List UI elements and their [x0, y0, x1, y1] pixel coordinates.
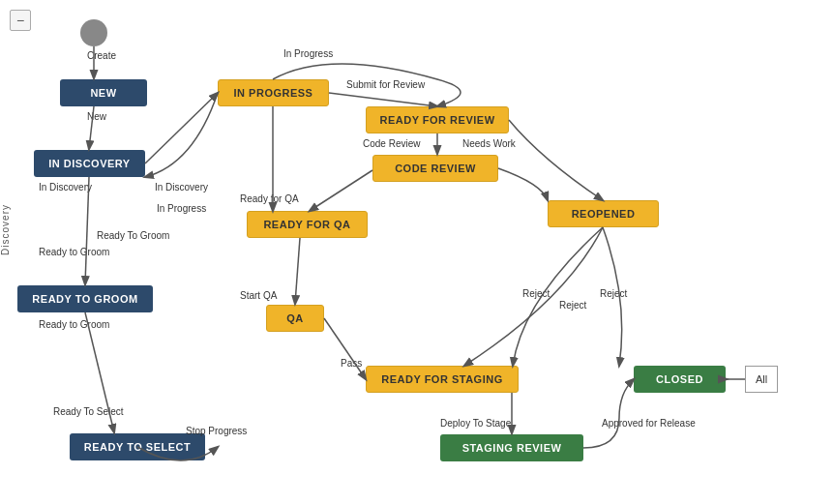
node-new[interactable]: NEW — [60, 79, 147, 106]
all-node: All — [745, 366, 778, 393]
label-ready-to-groom3: Ready to Groom — [39, 319, 109, 330]
diagram-container: − NEW IN DISCOVERY READY TO GROOM READY … — [0, 0, 833, 504]
label-start-qa: Start QA — [240, 290, 277, 301]
node-ready-to-groom[interactable]: READY TO GROOM — [17, 285, 153, 312]
arrows-svg — [0, 0, 833, 504]
node-reopened[interactable]: REOPENED — [548, 200, 659, 227]
node-ready-for-review[interactable]: READY FOR REVIEW — [366, 106, 509, 133]
label-create: Create — [87, 50, 116, 61]
label-ready-to-groom2: Ready to Groom — [39, 247, 109, 257]
label-code-review: Code Review — [363, 138, 420, 149]
label-reject1: Reject — [522, 288, 550, 299]
label-reject2: Reject — [559, 300, 586, 311]
label-needs-work: Needs Work — [462, 138, 516, 149]
node-ready-for-qa[interactable]: READY FOR QA — [247, 211, 368, 238]
label-in-discovery2: In Discovery — [155, 182, 208, 193]
label-approved-for-release: Approved for Release — [602, 418, 696, 429]
node-ready-to-select[interactable]: READY TO SELECT — [70, 433, 205, 460]
node-closed[interactable]: CLOSED — [634, 366, 726, 393]
node-staging-review[interactable]: STAGING REVIEW — [440, 434, 583, 461]
label-stop-progress: Stop Progress — [186, 426, 247, 436]
label-ready-to-groom: Ready To Groom — [97, 230, 169, 241]
label-pass: Pass — [341, 358, 362, 369]
label-new: New — [87, 111, 106, 122]
label-deploy-to-stage: Deploy To Stage — [440, 418, 511, 429]
node-ready-for-staging[interactable]: READY FOR STAGING — [366, 366, 519, 393]
node-in-progress[interactable]: IN PROGRESS — [218, 79, 329, 106]
node-qa[interactable]: QA — [266, 305, 324, 332]
label-in-progress: In Progress — [283, 48, 333, 59]
zoom-out-button[interactable]: − — [10, 10, 31, 31]
label-ready-for-qa: Ready for QA — [240, 193, 299, 204]
label-in-discovery: In Discovery — [39, 182, 92, 193]
start-node — [80, 19, 107, 46]
label-in-progress2: In Progress — [157, 203, 206, 214]
label-reject3: Reject — [600, 288, 627, 299]
node-code-review[interactable]: CODE REVIEW — [372, 155, 498, 182]
svg-line-6 — [324, 318, 366, 379]
discovery-label: Discovery — [0, 202, 10, 257]
svg-line-2 — [85, 177, 89, 284]
node-in-discovery[interactable]: IN DISCOVERY — [34, 150, 145, 177]
svg-line-5 — [295, 238, 300, 304]
label-ready-to-select: Ready To Select — [53, 406, 124, 417]
label-submit-for-review: Submit for Review — [346, 79, 425, 90]
